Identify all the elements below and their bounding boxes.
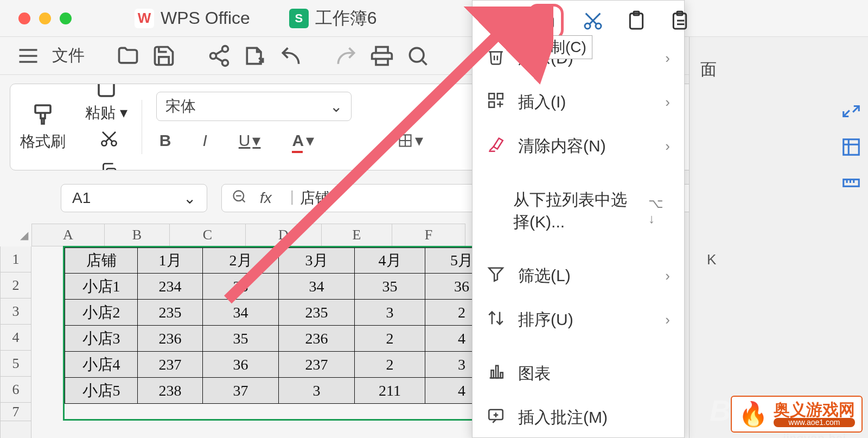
column-header-B[interactable]: B xyxy=(105,224,170,246)
undo-icon[interactable] xyxy=(279,44,303,68)
cell-E3[interactable]: 3 xyxy=(355,300,425,326)
cell-A5[interactable]: 小店4 xyxy=(65,352,138,378)
underline-button[interactable]: U ▾ xyxy=(239,131,261,150)
wps-logo-icon: W xyxy=(135,9,154,28)
save-icon[interactable] xyxy=(152,44,176,68)
context-menu-item[interactable]: 从下拉列表中选择(K)...⌥ ↓ xyxy=(473,178,684,244)
document-tab[interactable]: S 工作簿6 xyxy=(289,7,377,30)
cell-B5[interactable]: 237 xyxy=(138,352,203,378)
svg-point-3 xyxy=(222,46,228,52)
cell-B4[interactable]: 236 xyxy=(138,326,203,352)
svg-rect-26 xyxy=(495,17,506,28)
menu-item-label: 从下拉列表中选择(K)... xyxy=(513,189,635,233)
column-header-F[interactable]: F xyxy=(392,224,465,246)
bold-button[interactable]: B xyxy=(159,131,171,150)
cut-icon[interactable] xyxy=(99,129,119,148)
context-menu-item[interactable]: 清除内容(N)› xyxy=(473,124,684,168)
copy-icon[interactable] xyxy=(99,161,119,170)
export-icon[interactable] xyxy=(243,44,267,68)
cell-A4[interactable]: 小店3 xyxy=(65,326,138,352)
column-header-C[interactable]: C xyxy=(170,224,246,246)
context-menu-item[interactable]: 排序(U)› xyxy=(473,298,684,342)
cell-E4[interactable]: 2 xyxy=(355,326,425,352)
share-icon[interactable] xyxy=(207,44,231,68)
cell-A1[interactable]: 店铺 xyxy=(65,247,138,274)
zoom-out-icon[interactable] xyxy=(232,189,247,208)
cell-E6[interactable]: 211 xyxy=(355,378,425,404)
svg-rect-48 xyxy=(501,372,503,378)
cell-A3[interactable]: 小店2 xyxy=(65,300,138,326)
svg-point-10 xyxy=(410,48,424,62)
column-header-A[interactable]: A xyxy=(31,224,105,246)
copy-as-text-button[interactable]: A xyxy=(528,4,564,40)
cell-C4[interactable]: 35 xyxy=(203,326,279,352)
row-header-1[interactable]: 1 xyxy=(0,246,31,272)
print-icon[interactable] xyxy=(370,44,394,68)
cell-C6[interactable]: 37 xyxy=(203,378,279,404)
cell-B1[interactable]: 1月 xyxy=(138,247,203,274)
row-header-4[interactable]: 4 xyxy=(0,325,31,351)
cell-B2[interactable]: 234 xyxy=(138,274,203,300)
font-color-button[interactable]: A ▾ xyxy=(292,131,314,150)
cell-D3[interactable]: 235 xyxy=(279,300,355,326)
expand-panel-icon[interactable] xyxy=(841,101,861,122)
context-menu-item[interactable]: 筛选(L)› xyxy=(473,254,684,298)
font-select[interactable]: 宋体 ⌄ xyxy=(156,92,352,121)
borders-button[interactable]: ▾ xyxy=(398,131,423,150)
paste-icon[interactable] xyxy=(93,84,119,99)
redo-icon[interactable] xyxy=(334,44,358,68)
cell-D4[interactable]: 236 xyxy=(279,326,355,352)
paste-label[interactable]: 粘贴 ▾ xyxy=(85,103,127,123)
cell-E5[interactable]: 2 xyxy=(355,352,425,378)
format-painter-group[interactable]: 格式刷 xyxy=(10,84,75,170)
context-menu-item[interactable]: 插入(I)› xyxy=(473,80,684,124)
italic-button[interactable]: I xyxy=(202,131,207,150)
row-header-7[interactable]: 7 xyxy=(0,403,31,421)
context-menu-item[interactable]: 图表 xyxy=(473,352,684,396)
column-header-K[interactable]: K xyxy=(707,251,716,268)
cell-C1[interactable]: 2月 xyxy=(203,247,279,274)
ruler-panel-icon[interactable] xyxy=(841,173,861,193)
cell-A2[interactable]: 小店1 xyxy=(65,274,138,300)
table-panel-icon[interactable] xyxy=(841,137,861,157)
find-icon[interactable] xyxy=(406,44,430,68)
paste-group: 粘贴 ▾ xyxy=(75,84,137,170)
file-menu[interactable]: 文件 xyxy=(52,45,85,67)
context-menu-item[interactable]: 插入批注(M) xyxy=(473,396,684,438)
cell-A6[interactable]: 小店5 xyxy=(65,378,138,404)
column-header-E[interactable]: E xyxy=(322,224,392,246)
selected-range[interactable]: 店铺1月2月3月4月5月小店123433343536小店22353423532小… xyxy=(63,246,500,421)
cell-D2[interactable]: 34 xyxy=(279,274,355,300)
open-icon[interactable] xyxy=(116,44,140,68)
cell-B6[interactable]: 238 xyxy=(138,378,203,404)
row-header-5[interactable]: 5 xyxy=(0,351,31,377)
select-all-corner[interactable]: ◢ xyxy=(0,224,31,246)
paste-icon[interactable] xyxy=(626,10,647,34)
cell-D5[interactable]: 237 xyxy=(279,352,355,378)
cut-icon[interactable] xyxy=(582,10,604,34)
maximize-window-button[interactable] xyxy=(60,12,72,24)
copy-icon[interactable] xyxy=(488,10,509,34)
paste-special-icon[interactable] xyxy=(669,10,691,34)
minimize-window-button[interactable] xyxy=(39,12,51,24)
row-header-2[interactable]: 2 xyxy=(0,272,31,299)
column-header-D[interactable]: D xyxy=(246,224,322,246)
row-header-6[interactable]: 6 xyxy=(0,377,31,403)
cell-C3[interactable]: 34 xyxy=(203,300,279,326)
app-tab-wps[interactable]: W WPS Office xyxy=(135,8,250,28)
name-box[interactable]: A1 ⌄ xyxy=(61,184,207,212)
cell-D1[interactable]: 3月 xyxy=(279,247,355,274)
cell-C2[interactable]: 33 xyxy=(203,274,279,300)
svg-rect-39 xyxy=(489,93,494,99)
chevron-down-icon: ⌄ xyxy=(183,189,196,207)
cell-C5[interactable]: 36 xyxy=(203,352,279,378)
cell-E1[interactable]: 4月 xyxy=(355,247,425,274)
row-header-3[interactable]: 3 xyxy=(0,299,31,325)
cell-E2[interactable]: 35 xyxy=(355,274,425,300)
menu-icon[interactable] xyxy=(16,44,40,68)
close-window-button[interactable] xyxy=(18,12,30,24)
cell-D6[interactable]: 3 xyxy=(279,378,355,404)
svg-line-53 xyxy=(844,110,850,116)
cell-B3[interactable]: 235 xyxy=(138,300,203,326)
svg-rect-40 xyxy=(497,93,503,99)
